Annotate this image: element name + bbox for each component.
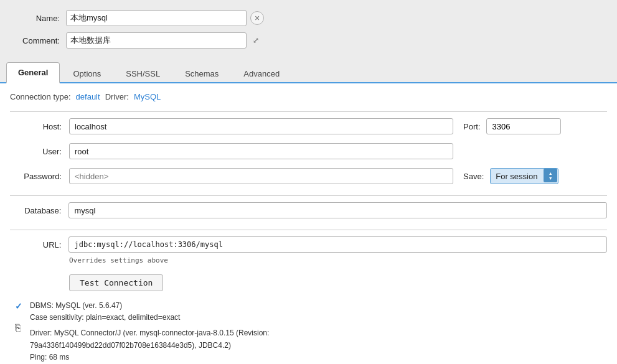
- info-text-area: DBMS: MySQL (ver. 5.6.47) Case sensitivi…: [30, 300, 269, 364]
- info-section: ✓ ⎘ DBMS: MySQL (ver. 5.6.47) Case sensi…: [10, 300, 607, 364]
- info-block-1: DBMS: MySQL (ver. 5.6.47) Case sensitivi…: [30, 300, 269, 324]
- name-clear-button[interactable]: ×: [250, 11, 264, 25]
- password-input[interactable]: [69, 168, 453, 184]
- host-input[interactable]: [69, 118, 453, 134]
- main-content: Connection type: default Driver: MySQL H…: [0, 83, 617, 364]
- tab-general[interactable]: General: [6, 62, 60, 83]
- database-input[interactable]: [68, 202, 607, 218]
- tab-schemas[interactable]: Schemas: [173, 63, 230, 83]
- user-row: User:: [10, 143, 607, 159]
- info-block-2: Driver: MySQL Connector/J (ver. mysql-co…: [30, 327, 269, 364]
- top-fields: Name: × Comment: ⤢: [0, 10, 617, 61]
- copy-icon: ⎘: [15, 322, 22, 334]
- comment-expand-button[interactable]: ⤢: [249, 34, 263, 47]
- name-label: Name:: [10, 14, 66, 23]
- database-label: Database:: [10, 206, 68, 215]
- url-label: URL:: [10, 240, 68, 250]
- tab-ssh-ssl[interactable]: SSH/SSL: [114, 63, 172, 83]
- name-input[interactable]: [66, 10, 247, 26]
- info-icons: ✓ ⎘: [15, 300, 22, 334]
- name-input-wrap: ×: [66, 10, 607, 26]
- comment-input[interactable]: [66, 32, 247, 49]
- dialog: Name: × Comment: ⤢ General Options SSH/S…: [0, 0, 617, 364]
- save-select[interactable]: For session Forever Never: [490, 168, 558, 184]
- info-block1-line1: DBMS: MySQL (ver. 5.6.47): [30, 300, 269, 312]
- user-input[interactable]: [69, 143, 453, 159]
- driver-prefix: Driver:: [105, 92, 129, 101]
- host-label: Host:: [10, 122, 69, 131]
- conn-type-prefix: Connection type:: [10, 92, 71, 101]
- comment-input-wrap: ⤢: [66, 32, 607, 49]
- tabs-bar: General Options SSH/SSL Schemas Advanced: [0, 61, 617, 83]
- save-select-wrap: For session Forever Never: [490, 168, 558, 184]
- url-row: URL:: [10, 236, 607, 253]
- name-row: Name: ×: [10, 10, 607, 26]
- url-hint: Overrides settings above: [69, 256, 607, 264]
- password-label: Password:: [10, 172, 69, 181]
- port-label: Port:: [463, 122, 486, 131]
- tab-advanced[interactable]: Advanced: [232, 63, 291, 83]
- info-block2-line3: Ping: 68 ms: [30, 352, 269, 363]
- save-section: Save: For session Forever Never: [463, 168, 558, 184]
- password-row: Password: Save: For session Forever Neve…: [10, 168, 607, 184]
- comment-label: Comment:: [10, 36, 66, 45]
- comment-row: Comment: ⤢: [10, 32, 607, 49]
- test-connection-button[interactable]: Test Connection: [69, 274, 163, 291]
- info-block1-line2: Case sensitivity: plain=exact, delimited…: [30, 312, 269, 324]
- user-label: User:: [10, 147, 69, 156]
- host-row: Host: Port:: [10, 118, 607, 134]
- database-row: Database:: [10, 202, 607, 218]
- conn-type-value[interactable]: default: [76, 92, 100, 101]
- info-block2-line1: Driver: MySQL Connector/J (ver. mysql-co…: [30, 327, 269, 339]
- url-input[interactable]: [68, 236, 607, 253]
- info-block2-line2: 79a4336f140499bd22dd07f02b708e163844e3d5…: [30, 340, 269, 352]
- connection-type-row: Connection type: default Driver: MySQL: [10, 92, 607, 101]
- check-icon: ✓: [15, 301, 22, 311]
- port-section: Port:: [463, 118, 561, 134]
- port-input[interactable]: [486, 118, 561, 134]
- save-label: Save:: [463, 172, 490, 181]
- tab-options[interactable]: Options: [61, 63, 113, 83]
- driver-value[interactable]: MySQL: [134, 92, 161, 101]
